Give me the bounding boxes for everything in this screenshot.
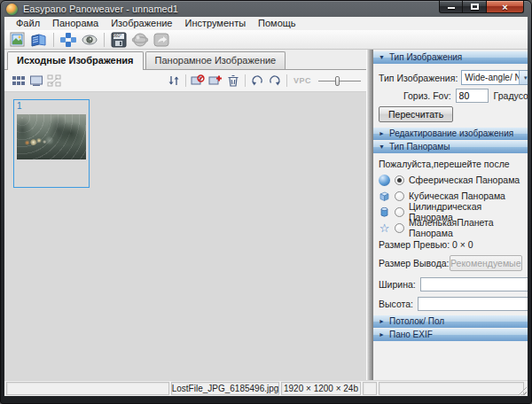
pano-type-little-planet[interactable]: ☆ МаленькаяПланета Панорама (373, 220, 528, 236)
chevron-down-icon: ▼ (379, 53, 385, 62)
panel-splitter[interactable] (366, 50, 373, 380)
radio-cubic[interactable] (395, 191, 404, 201)
pano-type-spherical[interactable]: Сфеерическая Панорама (373, 172, 528, 188)
thumbnail-area: 1 (4, 92, 366, 380)
minimize-icon (448, 7, 455, 9)
menu-image[interactable]: Изображение (105, 17, 178, 30)
thumbnail-index: 1 (17, 101, 22, 111)
share-icon[interactable] (152, 31, 171, 49)
large-view-icon[interactable] (27, 73, 45, 89)
toolbar-separator (104, 33, 105, 47)
panorama-type-note: Пожалуйста,перешейте после (373, 154, 528, 172)
menu-help[interactable]: Помощь (252, 17, 302, 30)
minimize-button[interactable] (439, 1, 463, 13)
rotate-cw-icon[interactable] (266, 73, 284, 89)
radio-little-planet[interactable] (395, 223, 404, 233)
save-badge-label: 360° (113, 34, 121, 38)
stitch-icon[interactable] (59, 31, 78, 49)
exclude-image-icon[interactable] (189, 73, 207, 89)
image-type-select[interactable]: Wide-angle/ N ▼ (461, 70, 528, 85)
maximize-button[interactable] (463, 1, 487, 13)
status-dimensions: 1920 × 1200 × 24b (281, 382, 361, 395)
width-label: Ширина: (379, 279, 420, 290)
menu-bar: Файл Панорама Изображение Инструменты По… (4, 17, 528, 30)
open-project-icon[interactable] (29, 31, 49, 49)
height-row: Высота: (373, 294, 528, 314)
dropdown-arrow-icon[interactable]: ▼ (519, 71, 528, 84)
vpc-button[interactable]: VPC (290, 76, 315, 85)
height-label: Высота: (379, 299, 418, 309)
image-toolbar-right: VPC (165, 73, 361, 89)
section-image-type[interactable]: ▼ Тип Изображения (373, 51, 528, 64)
save-panorama-icon[interactable]: 360° (109, 31, 129, 49)
fov-input[interactable] (456, 89, 489, 103)
radio-cylindrical[interactable] (395, 207, 404, 217)
toolbar-separator (53, 33, 54, 47)
chevron-right-icon: ► (379, 317, 385, 326)
rotate-ccw-icon[interactable] (248, 73, 266, 89)
menu-tools[interactable]: Инструменты (178, 17, 252, 30)
status-bar: LostFile_JPG_6185496.jpg 1920 × 1200 × 2… (4, 380, 528, 396)
toolbar-separator (185, 74, 186, 87)
section-pano-exif[interactable]: ► Пано EXIF (373, 329, 528, 341)
thumbnail-item[interactable]: 1 (13, 99, 90, 188)
recommended-button[interactable]: Рекомендуемые (450, 255, 522, 271)
delete-image-icon[interactable] (224, 73, 242, 89)
section-image-editing[interactable]: ► Редактирование изображения (373, 128, 528, 140)
fov-row: Гориз. Fov: Градусов (373, 89, 528, 103)
height-input[interactable] (418, 297, 528, 311)
tab-source-images[interactable]: Исходные Изображения (7, 51, 144, 70)
title-bar: Easypano Panoweaver - unnamed1 × (1, 1, 531, 17)
menu-panorama[interactable]: Панорама (46, 17, 105, 30)
maximize-icon (471, 4, 479, 10)
output-size-row: Размер Вывода: Рекомендуемые (373, 252, 528, 275)
chevron-right-icon: ► (379, 129, 385, 138)
recalculate-button[interactable]: Пересчитать (379, 106, 453, 122)
open-image-icon[interactable] (8, 31, 27, 49)
content-area: Исходные Изображения Панорамное Изображе… (4, 50, 528, 380)
window-controls: × (439, 1, 524, 13)
app-logo-icon[interactable] (6, 4, 18, 15)
fov-unit-label: Градусов (494, 90, 528, 101)
tab-panoramic-image[interactable]: Панорамное Изображение (145, 51, 286, 69)
add-image-icon[interactable] (207, 73, 224, 89)
image-type-value: Wide-angle/ N (462, 73, 519, 82)
chevron-right-icon: ► (379, 330, 385, 339)
status-cell-fill (379, 382, 524, 395)
window-title: Easypano Panoweaver - unnamed1 (23, 4, 178, 14)
preview-icon[interactable] (80, 31, 99, 49)
cube-icon (379, 190, 390, 202)
tab-bar: Исходные Изображения Панорамное Изображе… (4, 50, 366, 70)
client-area: Файл Панорама Изображение Инструменты По… (4, 17, 528, 396)
close-icon: × (502, 2, 507, 12)
status-cell-small (363, 382, 377, 395)
width-input[interactable] (420, 277, 528, 291)
menu-file[interactable]: Файл (10, 17, 46, 30)
zoom-slider[interactable] (318, 74, 361, 87)
output-size-label: Размер Вывода: (379, 258, 450, 268)
section-ceiling-floor[interactable]: ► Потолок/ Пол (373, 315, 528, 328)
publish-icon[interactable] (130, 31, 150, 49)
status-filename: LostFile_JPG_6185496.jpg (171, 382, 279, 395)
status-cell-empty (6, 382, 169, 395)
app-window: Easypano Panoweaver - unnamed1 × Файл Па… (0, 0, 532, 404)
sort-icon[interactable] (165, 73, 183, 89)
section-panorama-type[interactable]: ▼ Тип Панорамы (373, 141, 528, 153)
width-row: Ширина: (373, 275, 528, 294)
toolbar-separator (245, 74, 246, 87)
little-planet-icon: ☆ (379, 222, 390, 234)
image-type-row: Тип Изображения: Wide-angle/ N ▼ (373, 70, 528, 85)
image-toolbar: VPC (4, 70, 366, 92)
settings-panel: ▼ Тип Изображения Тип Изображения: Wide-… (373, 50, 528, 380)
fov-label: Гориз. Fov: (403, 90, 451, 101)
toolbar-separator (286, 74, 287, 87)
close-button[interactable]: × (487, 1, 524, 13)
main-toolbar: 360° (4, 30, 528, 50)
compare-view-icon[interactable] (45, 73, 63, 89)
preview-size-value: 0 × 0 (452, 239, 473, 250)
slider-handle[interactable] (335, 76, 340, 86)
preview-size-label: Размер Превью: (379, 239, 450, 250)
cylinder-icon (379, 206, 390, 218)
thumbnail-view-icon[interactable] (10, 73, 27, 89)
radio-spherical[interactable] (395, 175, 404, 185)
